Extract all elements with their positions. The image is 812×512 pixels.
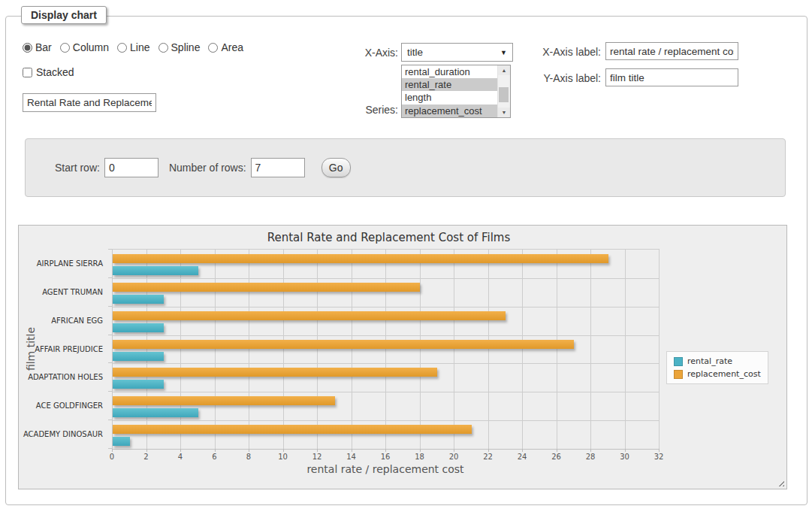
chart-type-option-spline[interactable]: Spline — [158, 41, 201, 53]
x-gridline — [385, 250, 386, 449]
xaxis-label-field-label: X-Axis label: — [488, 46, 601, 58]
x-gridline — [522, 250, 523, 449]
bar-rental_rate[interactable] — [113, 408, 198, 417]
series-option-replacement_cost[interactable]: replacement_cost — [402, 105, 497, 117]
y-axis-tick-mark — [108, 448, 112, 449]
bar-replacement_cost[interactable] — [113, 396, 335, 405]
category-gridline — [113, 420, 660, 421]
plot-area — [112, 249, 660, 450]
resize-handle-icon[interactable] — [776, 478, 784, 486]
x-axis-tick-label: 26 — [548, 453, 566, 461]
legend-item-rental_rate[interactable]: rental_rate — [674, 356, 761, 366]
x-axis-tick-label: 18 — [411, 453, 429, 461]
x-axis-tick-mark — [488, 449, 489, 452]
x-axis-tick-label: 32 — [650, 453, 668, 461]
series-option-length[interactable]: length — [402, 91, 497, 104]
x-axis-tick-label: 12 — [308, 453, 326, 461]
chart-type-option-bar[interactable]: Bar — [23, 41, 52, 53]
y-axis-tick-mark — [108, 362, 112, 363]
y-axis-tick-mark — [108, 420, 112, 420]
x-axis-tick-label: 6 — [206, 453, 224, 461]
bar-replacement_cost[interactable] — [113, 254, 608, 263]
x-axis-tick-label: 28 — [581, 453, 599, 461]
category-gridline — [113, 392, 660, 392]
chart-type-radio-spline[interactable] — [158, 43, 168, 53]
chart-type-radio-line[interactable] — [117, 43, 127, 53]
category-gridline — [113, 335, 660, 336]
y-axis-tick-mark — [108, 277, 112, 278]
bar-rental_rate[interactable] — [113, 295, 164, 304]
x-axis-tick-mark — [590, 449, 591, 452]
bar-rental_rate[interactable] — [113, 352, 164, 361]
chart-type-option-column[interactable]: Column — [60, 41, 109, 53]
category-axis-labels: AIRPLANE SIERRAAGENT TRUMANAFRICAN EGGAF… — [19, 249, 107, 448]
bar-replacement_cost[interactable] — [113, 283, 420, 292]
x-axis-tick-mark — [352, 449, 352, 452]
num-rows-input[interactable] — [251, 158, 305, 177]
chart-type-option-label: Spline — [171, 41, 201, 53]
x-axis-tick-label: 2 — [137, 453, 155, 461]
x-axis-tick-mark — [317, 449, 318, 452]
stacked-checkbox[interactable] — [23, 68, 32, 77]
x-axis-tick-label: 10 — [274, 453, 292, 461]
go-button[interactable]: Go — [321, 158, 351, 177]
x-gridline — [180, 250, 181, 449]
x-axis-tick-mark — [215, 449, 216, 452]
chart-type-option-line[interactable]: Line — [117, 41, 149, 53]
x-axis-tick-mark — [112, 449, 113, 452]
chart-type-option-label: Bar — [35, 41, 52, 53]
scrollbar-thumb[interactable] — [499, 87, 509, 102]
chart-type-radio-column[interactable] — [60, 43, 70, 53]
x-axis-tick-label: 30 — [616, 453, 634, 461]
legend-item-replacement_cost[interactable]: replacement_cost — [674, 369, 761, 379]
chart-type-radio-bar[interactable] — [23, 43, 32, 53]
series-option-rental_duration[interactable]: rental_duration — [402, 65, 497, 78]
x-axis-tick-mark — [283, 449, 284, 452]
bar-replacement_cost[interactable] — [113, 368, 437, 377]
x-gridline — [659, 250, 660, 449]
rows-panel: Start row: Number of rows: Go — [25, 138, 786, 197]
xaxis-selected-value: title — [407, 47, 423, 58]
x-axis-tick-mark — [420, 449, 421, 452]
bar-replacement_cost[interactable] — [113, 340, 574, 349]
stacked-option[interactable]: Stacked — [23, 66, 74, 78]
x-axis-tick-mark — [454, 449, 454, 452]
category-label: AGENT TRUMAN — [19, 287, 103, 295]
series-option-list: rental_durationrental_ratelengthreplacem… — [402, 65, 497, 117]
x-gridline — [625, 250, 626, 449]
category-label: AFFAIR PREJUDICE — [19, 344, 103, 353]
x-axis-tick-label: 0 — [103, 453, 121, 461]
chart-type-option-label: Area — [221, 41, 243, 53]
yaxis-label-input[interactable] — [605, 68, 738, 86]
x-axis-tick-label: 24 — [513, 453, 531, 461]
xaxis-field-label: X-Axis: — [285, 47, 398, 59]
legend-swatch-rental_rate — [674, 357, 683, 366]
bar-rental_rate[interactable] — [113, 266, 198, 275]
bar-rental_rate[interactable] — [113, 380, 164, 389]
panel-title: Display chart — [21, 6, 107, 24]
bar-replacement_cost[interactable] — [113, 425, 472, 434]
category-label: ACADEMY DINOSAUR — [19, 430, 103, 438]
x-axis-tick-label: 4 — [171, 453, 189, 461]
xaxis-label-input[interactable] — [605, 42, 738, 60]
bar-rental_rate[interactable] — [113, 437, 130, 446]
series-option-rental_rate[interactable]: rental_rate — [402, 78, 497, 91]
start-row-input[interactable] — [104, 158, 158, 177]
bar-replacement_cost[interactable] — [113, 311, 506, 320]
y-axis-tick-mark — [108, 249, 112, 250]
start-row-label: Start row: — [55, 162, 100, 174]
x-axis-tick-mark — [249, 449, 249, 452]
scroll-down-icon[interactable]: ▼ — [498, 108, 510, 117]
x-axis-tick-label: 8 — [240, 453, 258, 461]
chart-type-radio-area[interactable] — [208, 43, 218, 53]
category-gridline — [113, 307, 660, 308]
chart-title-input[interactable] — [23, 93, 156, 112]
category-label: ACE GOLDFINGER — [19, 401, 103, 410]
y-axis-tick-mark — [108, 306, 112, 307]
x-gridline — [420, 250, 421, 449]
legend-label: replacement_cost — [687, 369, 761, 379]
chart-type-option-area[interactable]: Area — [208, 41, 243, 53]
bar-rental_rate[interactable] — [113, 323, 164, 332]
x-axis-tick-labels: 02468101214161820222426283032 — [112, 453, 659, 463]
x-axis-tick-mark — [659, 449, 660, 452]
